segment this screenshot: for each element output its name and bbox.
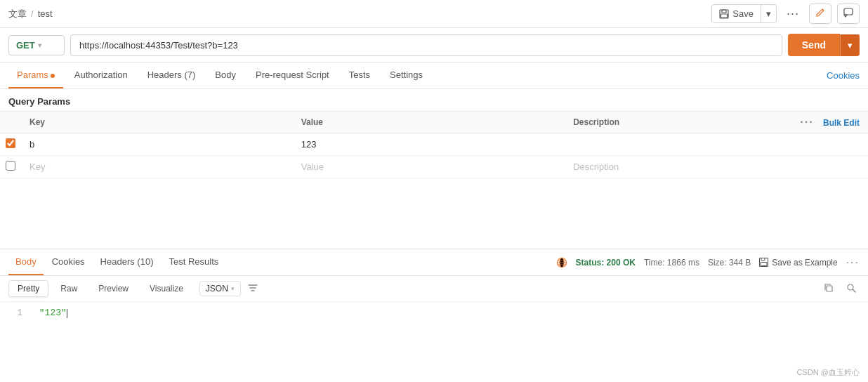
response-tabs-row: Body Cookies Headers (10) Test Results S… [0,249,868,276]
format-tab-raw[interactable]: Raw [51,280,86,297]
format-tab-pretty[interactable]: Pretty [8,280,48,297]
response-code-area: 1 "123" [0,302,868,324]
chevron-down-icon: ▾ [766,8,771,19]
chat-icon-button[interactable] [837,4,860,24]
table-row [0,133,868,156]
edit-icon [815,8,825,18]
response-tab-test-results[interactable]: Test Results [162,249,225,275]
svg-rect-12 [827,286,832,291]
more-options-button[interactable]: ··· [782,4,803,24]
response-tab-cookies[interactable]: Cookies [45,249,92,275]
col-actions-header: ··· Bulk Edit [791,112,868,133]
method-chevron-icon: ▾ [38,41,41,49]
breadcrumb: 文章 / test [8,8,53,20]
params-table: Key Value Description ··· Bulk Edit [0,111,868,178]
save-icon [719,9,729,19]
tab-settings[interactable]: Settings [381,62,431,88]
bulk-edit-button[interactable]: Bulk Edit [823,118,860,128]
response-time: Time: 1866 ms [644,258,699,268]
json-format-select[interactable]: JSON ▾ [199,281,241,296]
filter-icon [248,283,258,293]
json-format-label: JSON [206,284,228,294]
copy-icon-button[interactable] [820,281,837,297]
svg-rect-3 [844,8,853,15]
row1-key-input[interactable] [27,136,287,152]
save-button[interactable]: Save [712,5,761,22]
row1-checkbox[interactable] [6,138,15,148]
query-params-label: Query Params [0,89,868,111]
top-bar-actions: Save ▾ ··· [711,4,860,24]
col-value-header: Value [293,112,565,133]
tab-body[interactable]: Body [206,62,244,88]
svg-rect-1 [722,10,726,13]
search-icon [846,283,856,293]
response-size: Size: 344 B [708,258,751,268]
response-code-value: "123" [39,308,67,318]
send-dropdown-button[interactable]: ▾ [840,34,860,56]
tab-pre-request[interactable]: Pre-request Script [247,62,338,88]
breadcrumb-parent[interactable]: 文章 [8,8,27,20]
response-status: Status: 200 OK [576,258,636,268]
response-status-area: Status: 200 OK Time: 1866 ms Size: 344 B… [556,256,860,269]
save-dropdown-button[interactable]: ▾ [761,5,776,22]
tab-headers[interactable]: Headers (7) [139,62,204,88]
tab-params[interactable]: Params [8,62,63,88]
format-tab-visualize[interactable]: Visualize [140,280,192,297]
format-tab-preview[interactable]: Preview [89,280,138,297]
svg-rect-2 [721,14,728,18]
save-example-button[interactable]: Save as Example [759,258,837,268]
row1-value-input[interactable] [298,136,560,152]
send-chevron-icon: ▾ [848,40,853,51]
row2-key-input[interactable] [27,159,287,175]
text-cursor [67,309,67,318]
table-row [0,156,868,178]
breadcrumb-separator: / [31,8,34,19]
row2-value-input[interactable] [298,159,560,175]
row1-desc-input[interactable] [570,136,786,152]
breadcrumb-current[interactable]: test [38,8,53,19]
method-select[interactable]: GET ▾ [8,35,65,55]
col-desc-header: Description [565,112,791,133]
spacer [0,178,868,249]
watermark: CSDN @血玉粹心 [797,367,860,378]
format-right-icons [820,281,860,297]
json-chevron-icon: ▾ [231,285,235,292]
response-section: Body Cookies Headers (10) Test Results S… [0,249,868,324]
params-more-icon[interactable]: ··· [800,116,813,128]
format-tabs-row: Pretty Raw Preview Visualize JSON ▾ [0,276,868,302]
cookies-link[interactable]: Cookies [827,70,860,81]
query-params-section: Query Params Key Value Description ··· B… [0,89,868,178]
save-button-group: Save ▾ [711,4,777,23]
top-bar: 文章 / test Save ▾ ··· [0,0,868,28]
edit-icon-button[interactable] [809,4,831,24]
globe-icon [556,257,567,268]
search-icon-button[interactable] [843,281,860,297]
tab-authorization[interactable]: Authorization [66,62,136,88]
request-tabs: Params Authorization Headers (7) Body Pr… [0,62,868,89]
row2-desc-input[interactable] [570,159,786,175]
tab-tests[interactable]: Tests [341,62,379,88]
send-button-group: Send ▾ [788,34,860,56]
url-bar: GET ▾ Send ▾ [0,28,868,62]
response-tab-body[interactable]: Body [8,249,44,275]
response-more-button[interactable]: ··· [846,256,860,269]
method-label: GET [16,40,35,51]
params-dot [51,74,55,78]
save-example-label: Save as Example [772,258,837,268]
chat-icon [843,8,853,18]
copy-icon [824,283,834,293]
save-label: Save [732,8,754,19]
response-tab-headers[interactable]: Headers (10) [93,249,161,275]
svg-rect-11 [761,263,767,266]
send-button[interactable]: Send [788,34,840,56]
row2-checkbox[interactable] [6,161,15,171]
url-input[interactable] [70,34,782,56]
line-number: 1 [8,308,22,318]
col-checkbox-header [0,112,21,133]
save-example-icon [759,258,768,267]
col-key-header: Key [21,112,293,133]
svg-point-13 [848,284,853,290]
filter-icon-button[interactable] [244,281,262,297]
